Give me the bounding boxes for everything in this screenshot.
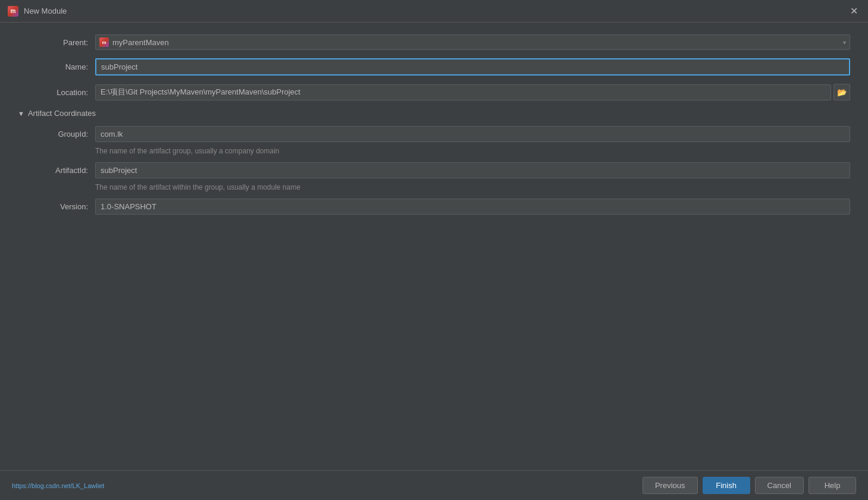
parent-row: Parent: m myParentMaven ▾ (18, 34, 850, 50)
name-row: Name: (18, 58, 850, 76)
name-input[interactable] (95, 58, 850, 76)
artifactid-input[interactable] (95, 162, 850, 178)
location-input[interactable] (95, 84, 831, 100)
version-input[interactable] (95, 199, 850, 215)
location-label: Location: (18, 88, 95, 97)
name-label: Name: (18, 62, 95, 71)
artifactid-control (95, 162, 850, 178)
chevron-down-icon: ▾ (843, 39, 846, 46)
artifactid-row: ArtifactId: (18, 162, 850, 178)
parent-select-value: myParentMaven (112, 38, 839, 47)
close-button[interactable]: ✕ (847, 4, 861, 18)
groupid-hint: The name of the artifact group, usually … (95, 147, 850, 155)
artifactid-label: ArtifactId: (18, 166, 95, 175)
parent-label: Parent: (18, 38, 95, 47)
cancel-button[interactable]: Cancel (755, 477, 804, 494)
title-bar-left: m New Module (7, 5, 67, 17)
dialog-content: Parent: m myParentMaven ▾ Name: Location… (0, 23, 868, 500)
dialog-icon: m (7, 5, 19, 17)
groupid-row: GroupId: (18, 126, 850, 142)
browse-icon: 📂 (837, 88, 847, 97)
help-button[interactable]: Help (809, 477, 856, 494)
new-module-dialog: m New Module ✕ Parent: m myParentMaven ▾ (0, 0, 868, 500)
groupid-control (95, 126, 850, 142)
version-row: Version: (18, 199, 850, 215)
version-label: Version: (18, 202, 95, 211)
blog-link[interactable]: https://blog.csdn.net/LK_Lawliet (12, 482, 104, 489)
version-control (95, 199, 850, 215)
location-row: Location: 📂 (18, 84, 850, 100)
maven-small-icon: m (99, 37, 109, 47)
dialog-title: New Module (24, 7, 67, 15)
section-title: Artifact Coordinates (28, 109, 96, 118)
parent-control: m myParentMaven ▾ (95, 34, 850, 50)
section-arrow-icon: ▼ (18, 110, 24, 117)
previous-button[interactable]: Previous (643, 477, 698, 494)
artifactid-hint: The name of the artifact within the grou… (95, 183, 850, 191)
dialog-footer: https://blog.csdn.net/LK_Lawliet Previou… (0, 470, 868, 500)
browse-button[interactable]: 📂 (833, 84, 850, 100)
finish-button[interactable]: Finish (703, 477, 750, 494)
groupid-label: GroupId: (18, 130, 95, 139)
artifact-coordinates-header[interactable]: ▼ Artifact Coordinates (18, 109, 850, 118)
maven-icon: m (8, 6, 18, 17)
title-bar: m New Module ✕ (0, 0, 868, 23)
parent-select[interactable]: m myParentMaven ▾ (95, 34, 850, 50)
name-control (95, 58, 850, 76)
location-control: 📂 (95, 84, 850, 100)
groupid-input[interactable] (95, 126, 850, 142)
